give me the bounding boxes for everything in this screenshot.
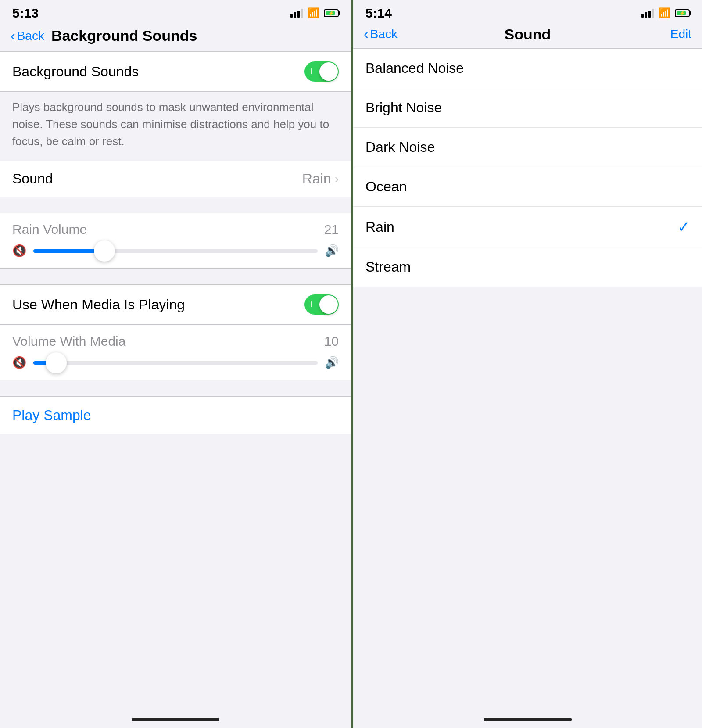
sound-item-dark-noise[interactable]: Dark Noise — [353, 128, 702, 167]
toggle-i2-icon: I — [311, 300, 313, 309]
edit-button[interactable]: Edit — [670, 27, 691, 41]
back-button-right[interactable]: ‹ Back — [364, 27, 398, 41]
wifi-icon: 📶 — [308, 7, 319, 19]
sound-item-balanced-noise[interactable]: Balanced Noise — [353, 49, 702, 88]
wifi-icon-right: 📶 — [659, 7, 670, 19]
volume-with-media-label: Volume With Media — [12, 334, 125, 349]
battery-icon-right: ⚡ — [675, 9, 690, 17]
home-indicator-right — [484, 718, 572, 721]
home-indicator-left — [132, 718, 219, 721]
signal-bar-1 — [290, 14, 293, 18]
sound-label-balanced-noise: Balanced Noise — [365, 60, 464, 76]
sound-label-rain: Rain — [365, 219, 394, 235]
sound-row-section: Sound Rain › — [0, 161, 351, 197]
sound-label-stream: Stream — [365, 259, 411, 275]
signal-icon-right — [641, 9, 654, 18]
background-sounds-row: Background Sounds I — [0, 52, 351, 91]
use-when-media-label: Use When Media Is Playing — [12, 297, 185, 313]
volume-with-media-thumb[interactable] — [46, 352, 67, 373]
background-sounds-label: Background Sounds — [12, 64, 139, 80]
sound-row-label: Sound — [12, 171, 53, 187]
sound-current-value: Rain — [302, 171, 331, 187]
volume-with-media-header: Volume With Media 10 — [12, 334, 339, 349]
signal-icon — [290, 9, 303, 18]
nav-bar-right: ‹ Back Sound Edit — [353, 24, 702, 48]
back-chevron-icon: ‹ — [11, 29, 15, 43]
volume-with-media-track[interactable] — [33, 361, 318, 365]
page-title-left: Background Sounds — [51, 27, 197, 44]
sound-label-dark-noise: Dark Noise — [365, 139, 435, 155]
selected-checkmark-icon: ✓ — [677, 218, 690, 236]
play-sample-button[interactable]: Play Sample — [12, 407, 91, 423]
rain-volume-header: Rain Volume 21 — [12, 222, 339, 237]
battery-bolt: ⚡ — [328, 10, 335, 16]
volume-high-icon: 🔊 — [325, 244, 339, 258]
background-sounds-section: Background Sounds I — [0, 51, 351, 92]
right-panel: 5:14 📶 ⚡ ‹ Back Sound Edit Balanced Nois… — [351, 0, 702, 728]
signal-bar-r4 — [652, 9, 654, 18]
sound-item-bright-noise[interactable]: Bright Noise — [353, 88, 702, 128]
sound-row[interactable]: Sound Rain › — [0, 161, 351, 197]
volume-high2-icon: 🔊 — [325, 356, 339, 369]
signal-bar-r1 — [641, 14, 644, 18]
status-time-left: 5:13 — [12, 6, 39, 21]
play-sample-section: Play Sample — [0, 396, 351, 434]
back-chevron-right-icon: ‹ — [364, 27, 369, 41]
toggle-i-icon: I — [311, 67, 313, 76]
description-section: Plays background sounds to mask unwanted… — [0, 92, 351, 161]
signal-bar-2 — [294, 12, 296, 18]
signal-bar-3 — [297, 11, 300, 18]
background-sounds-toggle[interactable]: I — [304, 61, 339, 82]
status-bar-right: 5:14 📶 ⚡ — [353, 0, 702, 24]
use-when-media-section: Use When Media Is Playing I — [0, 284, 351, 325]
sound-item-ocean[interactable]: Ocean — [353, 167, 702, 207]
sound-item-rain[interactable]: Rain ✓ — [353, 207, 702, 247]
gap-2 — [0, 269, 351, 284]
sound-label-ocean: Ocean — [365, 179, 407, 195]
gap-1 — [0, 197, 351, 213]
toggle-knob — [319, 62, 338, 81]
sound-item-stream[interactable]: Stream — [353, 247, 702, 287]
signal-bar-4 — [301, 9, 303, 18]
sound-list: Balanced Noise Bright Noise Dark Noise O… — [353, 48, 702, 287]
volume-with-media-slider-row: 🔇 🔊 — [12, 356, 339, 369]
sound-label-bright-noise: Bright Noise — [365, 100, 442, 116]
rain-volume-section: Rain Volume 21 🔇 🔊 — [0, 213, 351, 269]
status-bar-left: 5:13 📶 ⚡ — [0, 0, 351, 24]
volume-low-icon: 🔇 — [12, 244, 26, 258]
use-when-media-toggle[interactable]: I — [304, 294, 339, 315]
sound-row-value: Rain › — [302, 171, 339, 187]
volume-with-media-section: Volume With Media 10 🔇 🔊 — [0, 325, 351, 380]
toggle-knob-2 — [319, 295, 338, 314]
nav-bar-left: ‹ Back Background Sounds — [0, 24, 351, 51]
rain-volume-label: Rain Volume — [12, 222, 87, 237]
battery-icon: ⚡ — [324, 9, 339, 17]
use-when-media-row: Use When Media Is Playing I — [0, 285, 351, 324]
rain-volume-value: 21 — [324, 222, 339, 237]
rain-volume-track[interactable] — [33, 249, 318, 253]
left-content: Background Sounds I Plays background sou… — [0, 51, 351, 728]
description-text: Plays background sounds to mask unwanted… — [12, 100, 329, 148]
rain-volume-slider-row: 🔇 🔊 — [12, 244, 339, 258]
back-label-right: Back — [370, 27, 398, 41]
volume-low2-icon: 🔇 — [12, 356, 26, 369]
chevron-right-icon: › — [335, 172, 339, 186]
battery-bolt-right: ⚡ — [679, 10, 686, 16]
back-label-left: Back — [17, 29, 44, 43]
page-title-right: Sound — [505, 26, 551, 43]
left-panel: 5:13 📶 ⚡ ‹ Back Background Sounds — [0, 0, 351, 728]
volume-with-media-value: 10 — [324, 334, 339, 349]
signal-bar-r2 — [645, 12, 647, 18]
status-icons-left: 📶 ⚡ — [290, 7, 339, 19]
rain-volume-thumb[interactable] — [94, 240, 115, 262]
status-time-right: 5:14 — [365, 6, 392, 21]
signal-bar-r3 — [648, 11, 651, 18]
back-button-left[interactable]: ‹ Back — [11, 29, 44, 43]
status-icons-right: 📶 ⚡ — [641, 7, 690, 19]
